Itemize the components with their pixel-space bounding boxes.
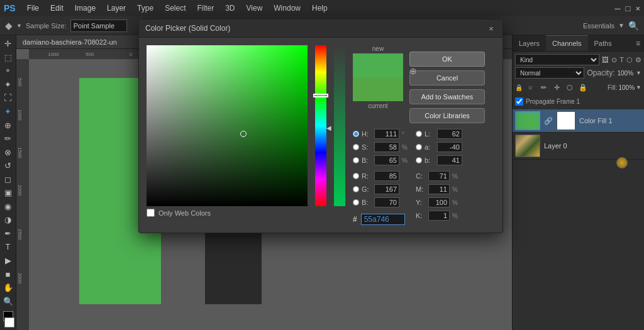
y-input[interactable]: [428, 197, 450, 207]
eraser-tool[interactable]: ◻: [1, 173, 15, 185]
menu-file[interactable]: File: [22, 3, 44, 14]
lasso-tool[interactable]: ⚬: [1, 65, 15, 77]
add-to-swatches-button[interactable]: Add to Swatches: [409, 89, 485, 104]
blending-select[interactable]: Normal: [515, 67, 584, 79]
layer-item-colorfill[interactable]: 🔗 Color Fill 1: [513, 109, 644, 133]
hue-slider-wrap: ◀: [315, 45, 326, 225]
l-input[interactable]: [437, 129, 462, 139]
k-unit: %: [452, 212, 460, 219]
search-icon[interactable]: 🔍: [628, 21, 639, 31]
menu-filter[interactable]: Filter: [192, 3, 219, 14]
layer-name-colorfill: Color Fill 1: [579, 117, 641, 124]
propagate-label: Propagate Frame 1: [526, 98, 580, 105]
color-new-swatch[interactable]: [353, 53, 403, 77]
menu-view[interactable]: View: [242, 3, 268, 14]
brush-tool[interactable]: ✏: [1, 133, 15, 145]
path-selection-tool[interactable]: ▶: [1, 255, 15, 267]
hex-input[interactable]: [361, 214, 405, 225]
menu-image[interactable]: Image: [70, 3, 101, 14]
selection-tool[interactable]: ⬚: [1, 52, 15, 64]
h-radio[interactable]: [353, 131, 359, 137]
b2-radio[interactable]: [353, 199, 359, 206]
dodge-tool[interactable]: ◑: [1, 214, 15, 226]
lock-all-btn[interactable]: 🔒: [577, 82, 589, 93]
b2-input[interactable]: [374, 197, 399, 207]
healing-tool[interactable]: ⊕: [1, 119, 15, 131]
hand-tool[interactable]: ✋: [1, 282, 15, 294]
b-radio[interactable]: [353, 157, 359, 163]
minimize-btn[interactable]: ─: [614, 4, 620, 13]
canvas-filename: damiano-baschiera-708022-un: [23, 38, 117, 46]
stamp-tool[interactable]: ⊗: [1, 146, 15, 158]
eyedropper-tool[interactable]: ◆: [5, 20, 13, 31]
panel-menu-icon[interactable]: ≡: [632, 39, 644, 48]
current-label: current: [368, 102, 387, 109]
menu-window[interactable]: Window: [269, 3, 306, 14]
c-input[interactable]: [428, 171, 450, 181]
l-radio[interactable]: [416, 131, 422, 137]
sample-size-input[interactable]: [70, 19, 127, 32]
b-input[interactable]: [374, 155, 399, 165]
menu-type[interactable]: Type: [132, 3, 158, 14]
m-input[interactable]: [428, 184, 450, 194]
maximize-btn[interactable]: □: [626, 4, 631, 13]
cancel-button[interactable]: Cancel: [409, 70, 485, 85]
lock-position-btn[interactable]: ✛: [551, 82, 562, 93]
c-label: C:: [416, 172, 426, 180]
dialog-close-btn[interactable]: ×: [486, 23, 496, 33]
kind-select[interactable]: Kind: [515, 54, 599, 65]
pen-tool[interactable]: ✒: [1, 228, 15, 240]
alpha-slider[interactable]: [334, 45, 345, 206]
only-web-colors-checkbox[interactable]: [147, 209, 155, 217]
blur-tool[interactable]: ◉: [1, 201, 15, 213]
eyedropper-panel-tool[interactable]: ✦: [1, 106, 15, 118]
tab-channels[interactable]: Channels: [546, 35, 587, 51]
preview-and-buttons: new ⊕ current OK Cancel Add to Swatches: [353, 45, 495, 123]
menu-help[interactable]: Help: [307, 3, 333, 14]
g-radio[interactable]: [353, 186, 359, 192]
color-picker-dialog[interactable]: Color Picker (Solid Color) × Only Web Co…: [138, 19, 503, 233]
color-field-dark-overlay: [147, 45, 308, 206]
a-radio[interactable]: [416, 144, 422, 150]
r-input[interactable]: [374, 171, 399, 181]
menu-select[interactable]: Select: [160, 3, 191, 14]
crop-tool[interactable]: ⛶: [1, 92, 15, 104]
propagate-checkbox[interactable]: [515, 97, 523, 106]
shape-tool[interactable]: ■: [1, 268, 15, 280]
move-tool[interactable]: ✛: [1, 38, 15, 50]
menu-3d[interactable]: 3D: [220, 3, 240, 14]
lock-transparent-btn[interactable]: ○: [525, 82, 536, 93]
tab-layers[interactable]: Layers: [513, 35, 546, 51]
menu-edit[interactable]: Edit: [45, 3, 69, 14]
text-tool[interactable]: T: [1, 241, 15, 253]
b3-radio[interactable]: [416, 157, 422, 163]
r-radio[interactable]: [353, 173, 359, 179]
menu-layer[interactable]: Layer: [102, 3, 131, 14]
a-input[interactable]: [437, 142, 462, 152]
lock-pixels-btn[interactable]: ✏: [538, 82, 549, 93]
opacity-dropdown[interactable]: ▼: [636, 70, 641, 76]
history-tool[interactable]: ↺: [1, 160, 15, 172]
s-radio[interactable]: [353, 144, 359, 150]
close-btn[interactable]: ×: [635, 4, 640, 13]
essentials-dropdown[interactable]: ▼: [618, 22, 625, 29]
layer-item-layer0[interactable]: Layer 0: [513, 133, 644, 160]
color-current-swatch[interactable]: [353, 77, 403, 101]
h-input[interactable]: [374, 129, 399, 139]
g-input[interactable]: [374, 184, 399, 194]
ok-button[interactable]: OK: [409, 52, 485, 67]
s-input[interactable]: [374, 142, 399, 152]
color-libraries-button[interactable]: Color Libraries: [409, 108, 485, 123]
background-color[interactable]: [4, 317, 14, 327]
lock-artboard-btn[interactable]: ⬡: [564, 82, 575, 93]
k-input[interactable]: [428, 211, 450, 221]
gradient-tool[interactable]: ▣: [1, 187, 15, 199]
color-copy-icon[interactable]: ⊕: [409, 66, 417, 76]
fill-dropdown[interactable]: ▼: [636, 84, 641, 91]
color-field[interactable]: [147, 45, 308, 206]
tab-paths[interactable]: Paths: [588, 35, 618, 51]
b3-input[interactable]: [437, 155, 462, 165]
zoom-tool[interactable]: 🔍: [1, 295, 15, 307]
hue-slider[interactable]: [315, 45, 326, 206]
wand-tool[interactable]: ✦: [1, 79, 15, 91]
